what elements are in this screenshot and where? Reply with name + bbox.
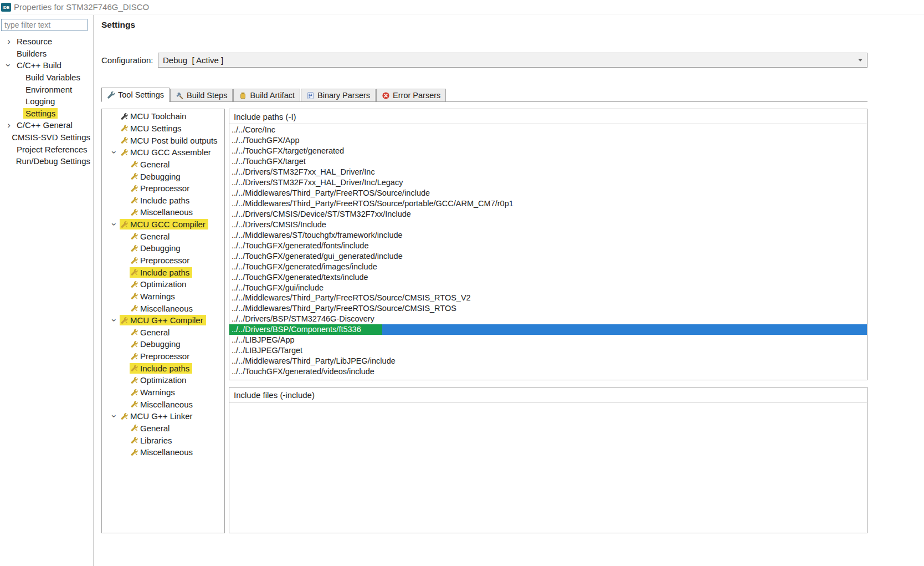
tool-tree-item[interactable]: Debugging	[102, 170, 224, 182]
include-path-row[interactable]: ../../TouchGFX/target	[229, 156, 867, 167]
tool-tree-item[interactable]: Debugging	[102, 242, 224, 254]
include-path-row[interactable]: ../../Drivers/CMSIS/Device/ST/STM32F7xx/…	[229, 209, 867, 220]
filter-input[interactable]	[1, 19, 88, 31]
configuration-value: Debug [ Active ]	[163, 55, 223, 65]
tool-tree-item[interactable]: General	[102, 422, 224, 435]
tree-twistie-icon[interactable]	[109, 146, 120, 159]
tool-icon	[130, 328, 138, 336]
tree-twistie-icon[interactable]	[3, 35, 14, 48]
include-path-row[interactable]: ../../TouchGFX/gui/include	[229, 282, 867, 293]
include-files-list[interactable]	[229, 403, 867, 533]
sidebar-tree-item[interactable]: Environment	[0, 83, 93, 95]
tool-tree-item-content: Preprocessor	[130, 255, 192, 266]
include-path-text: ../../Middlewares/Third_Party/LibJPEG/in…	[229, 356, 396, 366]
tab-tool-settings[interactable]: Tool Settings	[101, 88, 170, 102]
include-path-text: ../../Middlewares/ST/touchgfx/framework/…	[229, 230, 403, 240]
tool-tree-item[interactable]: MCU Toolchain	[102, 110, 224, 123]
tool-tree-item[interactable]: Miscellaneous	[102, 446, 224, 458]
tree-twistie-icon[interactable]	[3, 119, 14, 131]
tool-tree-item[interactable]: Preprocessor	[102, 350, 224, 363]
sidebar-tree-item[interactable]: Project References	[0, 143, 93, 155]
tool-tree-item[interactable]: Debugging	[102, 338, 224, 350]
include-path-row[interactable]: ../../TouchGFX/generated/texts/include	[229, 272, 867, 282]
tool-tree-item[interactable]: General	[102, 159, 224, 171]
sidebar-tree-item[interactable]: Resource	[0, 35, 93, 48]
include-path-row[interactable]: ../../TouchGFX/generated/videos/include	[229, 366, 867, 377]
titlebar: IDE Properties for STM32F746G_DISCO	[0, 0, 924, 14]
tool-tree-item-content: MCU GCC Compiler	[120, 219, 208, 230]
tool-tree-item[interactable]: Miscellaneous	[102, 206, 224, 218]
tree-twistie-icon[interactable]	[109, 314, 120, 327]
tool-tree-item[interactable]: MCU Post build outputs	[102, 134, 224, 146]
include-path-row[interactable]: ../../Middlewares/ST/touchgfx/framework/…	[229, 230, 867, 240]
tool-tree-item[interactable]: Include paths	[102, 266, 224, 278]
sidebar-tree-item[interactable]: C/C++ General	[0, 119, 93, 131]
include-path-text: ../../Drivers/BSP/STM32746G-Discovery	[229, 314, 374, 324]
include-path-row[interactable]: ../../Drivers/CMSIS/Include	[229, 219, 867, 230]
include-path-row[interactable]: ../../Middlewares/Third_Party/FreeRTOS/S…	[229, 303, 867, 314]
sidebar-tree-item[interactable]: Build Variables	[0, 72, 93, 84]
tool-tree-item[interactable]: Optimization	[102, 278, 224, 290]
include-path-row[interactable]: ../../Drivers/STM32F7xx_HAL_Driver/Inc	[229, 167, 867, 177]
tab-build-artifact[interactable]: Build Artifact	[233, 89, 300, 101]
include-path-row[interactable]: ../../LIBJPEG/App	[229, 335, 867, 345]
include-path-row[interactable]: ../../Middlewares/Third_Party/LibJPEG/in…	[229, 356, 867, 366]
sidebar-tree-item[interactable]: Settings	[0, 108, 93, 120]
include-path-row[interactable]: ../../LIBJPEG/Target	[229, 345, 867, 356]
tool-tree-item-label: MCU Toolchain	[130, 111, 186, 121]
tool-icon	[120, 149, 129, 156]
chevron-icon	[7, 120, 11, 130]
include-path-row[interactable]: ../../Drivers/BSP/STM32746G-Discovery	[229, 314, 867, 324]
include-path-row[interactable]: ../../Middlewares/Third_Party/FreeRTOS/S…	[229, 198, 867, 209]
include-path-row[interactable]: ../../Middlewares/Third_Party/FreeRTOS/S…	[229, 293, 867, 303]
include-path-row[interactable]: ../../TouchGFX/generated/gui_generated/i…	[229, 251, 867, 261]
tool-icon	[130, 353, 138, 360]
tool-tree-item[interactable]: MCU GCC Assembler	[102, 146, 224, 159]
tool-tree-item[interactable]: MCU G++ Linker	[102, 410, 224, 422]
sidebar-tree-item[interactable]: Logging	[0, 95, 93, 108]
tool-tree-item[interactable]: Warnings	[102, 386, 224, 399]
sidebar-tree-item[interactable]: CMSIS-SVD Settings	[0, 131, 93, 144]
include-path-row[interactable]: ../../Drivers/STM32F7xx_HAL_Driver/Inc/L…	[229, 177, 867, 188]
tool-tree-item[interactable]: MCU G++ Compiler	[102, 314, 224, 327]
tool-tree-item[interactable]: Preprocessor	[102, 182, 224, 195]
tool-tree-item-content: Include paths	[130, 363, 192, 374]
include-path-row[interactable]: ../../Drivers/BSP/Components/ft5336	[229, 324, 867, 335]
tool-tree-item[interactable]: MCU GCC Compiler	[102, 218, 224, 231]
include-path-row[interactable]: ../../Middlewares/Third_Party/FreeRTOS/S…	[229, 188, 867, 198]
tool-tree-item[interactable]: Include paths	[102, 362, 224, 374]
tab-build-steps[interactable]: Build Steps	[170, 89, 233, 101]
sidebar-tree-item[interactable]: C/C++ Build	[0, 59, 93, 72]
tool-tree-item[interactable]: MCU Settings	[102, 123, 224, 135]
tool-tree-item[interactable]: General	[102, 230, 224, 242]
include-path-row[interactable]: ../../TouchGFX/generated/fonts/include	[229, 240, 867, 251]
tool-tree-item[interactable]: Warnings	[102, 290, 224, 303]
tool-tree-item[interactable]: Preprocessor	[102, 254, 224, 267]
include-path-row[interactable]: ../../TouchGFX/target/generated	[229, 146, 867, 156]
tool-icon	[120, 136, 129, 144]
tree-twistie-icon[interactable]	[3, 59, 14, 72]
tab-error-parsers[interactable]: Error Parsers	[376, 89, 446, 101]
tool-tree-item[interactable]: Miscellaneous	[102, 302, 224, 314]
tool-tree-item-label: MCU GCC Compiler	[130, 220, 206, 229]
tool-icon	[120, 317, 129, 324]
sidebar-tree-item[interactable]: Builders	[0, 48, 93, 60]
configuration-dropdown[interactable]: Debug [ Active ]	[158, 53, 867, 68]
sidebar-tree-item[interactable]: Run/Debug Settings	[0, 155, 93, 167]
include-path-row[interactable]: ../../Core/Inc	[229, 125, 867, 135]
tool-tree-item[interactable]: Libraries	[102, 434, 224, 446]
tool-tree-item-label: General	[140, 424, 170, 433]
include-path-row[interactable]: ../../TouchGFX/App	[229, 135, 867, 146]
sidebar: Resource Builders C/C++ Build Build Vari…	[0, 15, 94, 566]
include-path-row[interactable]: ../../TouchGFX/generated/images/include	[229, 261, 867, 272]
tab-binary-parsers[interactable]: Binary Parsers	[301, 89, 376, 101]
tool-tree-item-label: General	[140, 160, 170, 169]
tool-tree-item[interactable]: Miscellaneous	[102, 398, 224, 410]
tool-tree-item[interactable]: General	[102, 327, 224, 339]
tree-twistie-icon[interactable]	[109, 218, 120, 231]
tool-icon	[130, 268, 138, 276]
tree-twistie-icon[interactable]	[109, 410, 120, 422]
tool-tree-item-content: MCU Toolchain	[120, 111, 189, 121]
tool-tree-item[interactable]: Include paths	[102, 194, 224, 206]
tool-tree-item[interactable]: Optimization	[102, 374, 224, 386]
